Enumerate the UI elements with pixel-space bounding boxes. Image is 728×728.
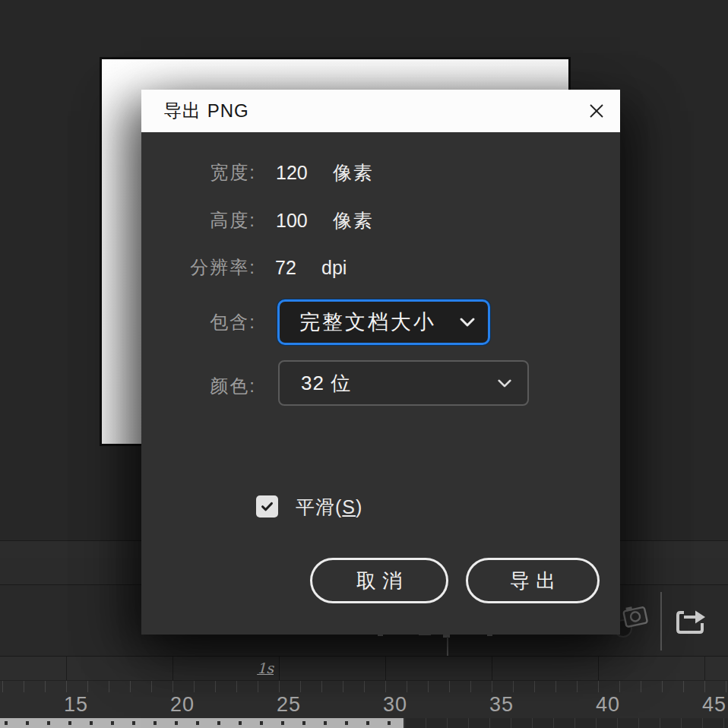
smoothing-mnemonic: S	[342, 496, 356, 518]
smoothing-label-text: 平滑(	[296, 496, 342, 518]
frame-dots	[0, 721, 404, 725]
width-unit: 像素	[333, 161, 374, 184]
timeline-ruler[interactable]: 15 20 25 30 35 40 45	[0, 680, 728, 719]
resolution-label: 分辨率:	[141, 256, 256, 279]
ruler-number: 20	[161, 693, 204, 716]
ruler-number: 25	[267, 693, 310, 716]
include-dropdown-value: 完整文档大小	[299, 309, 436, 336]
ruler-number: 45	[693, 693, 728, 716]
height-unit: 像素	[333, 209, 374, 232]
chevron-down-icon	[497, 378, 512, 388]
check-icon	[260, 499, 274, 514]
timeline-frames-strip[interactable]	[0, 718, 404, 728]
colors-dropdown-value: 32 位	[301, 370, 351, 397]
timeline-empty-strip[interactable]	[404, 718, 728, 728]
application-window: 1s 15 20 25 30 35 40 45	[0, 0, 728, 728]
timeline-second-marker: 1s	[219, 660, 274, 677]
smoothing-label: 平滑(S)	[296, 495, 362, 519]
ruler-number: 15	[55, 693, 97, 716]
width-value: 120	[276, 161, 308, 184]
ruler-number: 30	[374, 693, 416, 716]
cancel-button[interactable]: 取消	[310, 558, 448, 603]
timeline-frame-groups[interactable]	[0, 656, 728, 681]
close-icon	[587, 102, 606, 120]
resolution-unit: dpi	[321, 256, 347, 279]
dialog-titlebar[interactable]: 导出 PNG	[141, 90, 620, 132]
toolbar-divider	[660, 592, 662, 650]
ruler-ticks	[0, 681, 728, 692]
ruler-number: 40	[587, 693, 629, 716]
export-button[interactable]: 导出	[466, 558, 600, 603]
playhead-marker[interactable]	[447, 637, 448, 656]
ruler-number: 35	[480, 693, 523, 716]
resolution-value: 72	[275, 256, 296, 279]
export-png-dialog: 导出 PNG 宽度: 120 像素 高度: 100 像素 分辨率: 72 dpi…	[141, 90, 620, 635]
include-label: 包含:	[141, 311, 256, 334]
smoothing-checkbox[interactable]	[256, 495, 278, 518]
width-label: 宽度:	[141, 161, 256, 184]
height-label: 高度:	[141, 209, 256, 232]
include-dropdown[interactable]: 完整文档大小	[277, 299, 490, 345]
chevron-down-icon	[459, 317, 476, 328]
export-frames-icon[interactable]	[672, 603, 708, 640]
colors-label: 颜色:	[141, 375, 256, 397]
dialog-title: 导出 PNG	[163, 99, 249, 123]
colors-dropdown[interactable]: 32 位	[278, 360, 529, 406]
height-value: 100	[276, 209, 308, 232]
close-button[interactable]	[587, 101, 606, 121]
smoothing-label-text: )	[356, 496, 362, 518]
